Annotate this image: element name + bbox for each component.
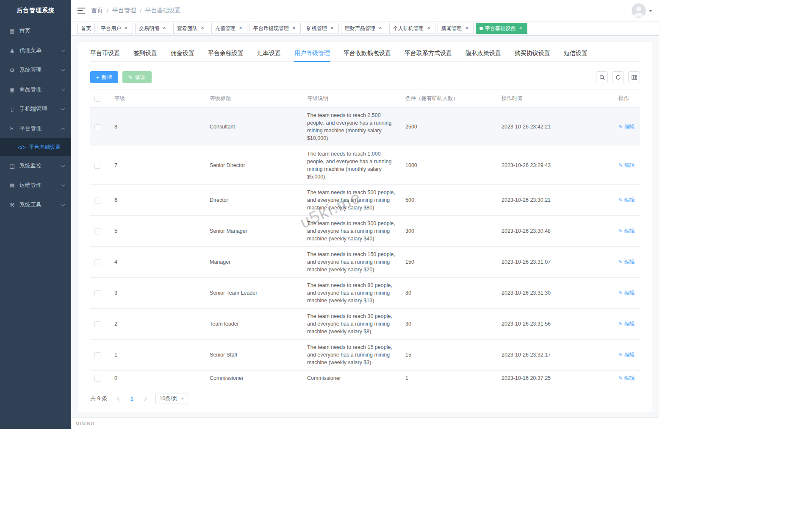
row-checkbox[interactable] — [94, 259, 100, 265]
tab-item[interactable]: 购买协议设置 — [508, 45, 557, 61]
tag-item[interactable]: 个人矿机管理 × — [389, 23, 435, 34]
hamburger-icon[interactable] — [71, 0, 91, 21]
tab-item[interactable]: 佣金设置 — [164, 45, 201, 61]
avatar[interactable] — [632, 3, 646, 18]
active-dot-icon — [479, 27, 483, 30]
tag-item[interactable]: 首页 × — [77, 23, 95, 34]
tag-label: 平台基础设置 — [485, 25, 515, 32]
row-checkbox[interactable] — [94, 352, 100, 358]
tab-item[interactable]: 汇率设置 — [250, 45, 288, 61]
tag-item[interactable]: 矿机管理 × — [303, 23, 339, 34]
sidebar-item[interactable]: ▣ 商品管理 — [0, 80, 71, 99]
cell-level: 6 — [110, 185, 205, 216]
search-icon — [599, 74, 605, 81]
sidebar-item[interactable]: ▯ 手机端管理 — [0, 99, 71, 119]
chevron-icon — [61, 202, 65, 206]
tag-item[interactable]: 充值管理 × — [211, 23, 247, 34]
tag-label: 充值管理 — [215, 25, 236, 32]
sidebar-item[interactable]: ◫ 系统监控 — [0, 156, 71, 176]
close-icon[interactable]: × — [377, 25, 383, 31]
close-icon[interactable]: × — [291, 25, 297, 31]
pencil-icon: ✎ — [618, 162, 623, 169]
tag-item[interactable]: 交易明细 × — [135, 23, 171, 34]
cell-time: 2023-10-26 23:30:48 — [497, 216, 614, 247]
row-checkbox[interactable] — [94, 321, 100, 327]
columns-button[interactable] — [628, 71, 640, 83]
edit-row-button[interactable]: ✎ 编辑 — [618, 320, 635, 328]
tag-item[interactable]: 理财产品管理 × — [341, 23, 387, 34]
close-icon[interactable]: × — [518, 25, 524, 31]
tag-label: 理财产品管理 — [345, 25, 375, 32]
tag-item[interactable]: 查看团队 × — [173, 23, 209, 34]
sidebar-item[interactable]: ✂ 平台管理 — [0, 119, 71, 138]
row-checkbox[interactable] — [94, 290, 100, 296]
row-checkbox[interactable] — [94, 163, 100, 169]
cell-time: 2023-10-26 23:42:21 — [497, 108, 614, 146]
sidebar-item-label: 手机端管理 — [19, 105, 62, 113]
chevron-down-icon[interactable] — [649, 10, 652, 12]
tag-item[interactable]: 平台基础设置 × — [476, 23, 527, 34]
row-checkbox[interactable] — [94, 198, 100, 203]
home-icon: ▦ — [8, 28, 16, 34]
tag-item[interactable]: 新闻管理 × — [438, 23, 474, 34]
tab-item[interactable]: 平台收款钱包设置 — [337, 45, 398, 61]
sidebar-item[interactable]: ▤ 运维管理 — [0, 176, 71, 195]
close-icon[interactable]: × — [464, 25, 470, 31]
settings-card: 平台币设置 签到设置 佣金设置 平台余额设置 — [78, 42, 652, 413]
tab-item[interactable]: 签到设置 — [127, 45, 164, 61]
edit-row-button[interactable]: ✎ 编辑 — [618, 258, 635, 266]
pencil-icon: ✎ — [618, 196, 623, 204]
breadcrumb-item[interactable]: 首页 — [91, 7, 103, 14]
close-icon[interactable]: × — [123, 25, 129, 31]
edit-row-button[interactable]: ✎ 编辑 — [618, 374, 635, 382]
cell-title: Manager — [205, 247, 303, 278]
tab-item[interactable]: 平台币设置 — [90, 45, 127, 61]
close-icon[interactable]: × — [329, 25, 335, 31]
tab-item[interactable]: 隐私政策设置 — [459, 45, 508, 61]
edit-button[interactable]: ✎ 修改 — [122, 71, 152, 83]
tab-item[interactable]: 平台余额设置 — [201, 45, 250, 61]
edit-row-button[interactable]: ✎ 编辑 — [618, 351, 635, 359]
page-number[interactable]: 1 — [127, 393, 137, 404]
sidebar-item[interactable]: ⚒ 系统工具 — [0, 195, 71, 215]
close-icon[interactable]: × — [161, 25, 167, 31]
add-button[interactable]: + 新增 — [90, 71, 118, 83]
close-icon[interactable]: × — [238, 25, 244, 31]
breadcrumb-item[interactable]: 平台管理 — [112, 7, 136, 14]
cell-condition: 30 — [401, 309, 497, 340]
row-checkbox[interactable] — [94, 124, 100, 130]
search-button[interactable] — [596, 71, 608, 83]
row-checkbox[interactable] — [94, 376, 100, 382]
page-size-select[interactable]: 10条/页 — [155, 393, 188, 404]
edit-row-button[interactable]: ✎ 编辑 — [618, 123, 635, 131]
tag-item[interactable]: 平台用户 × — [97, 23, 133, 34]
pencil-icon: ✎ — [618, 320, 623, 328]
edit-row-button[interactable]: ✎ 编辑 — [618, 196, 635, 204]
tag-label: 平台用户 — [101, 25, 121, 32]
tag-label: 矿机管理 — [307, 25, 327, 32]
sidebar-item[interactable]: ⚙ 系统管理 — [0, 60, 71, 80]
sidebar-item[interactable]: ▦ 首页 — [0, 21, 71, 41]
next-page-button[interactable] — [139, 393, 150, 404]
row-checkbox[interactable] — [94, 229, 100, 234]
tag-item[interactable]: 平台币提现管理 × — [249, 23, 301, 34]
edit-row-button[interactable]: ✎ 编辑 — [618, 162, 635, 169]
edit-row-button[interactable]: ✎ 编辑 — [618, 289, 635, 297]
cell-time: 2023-10-26 23:31:07 — [497, 247, 614, 278]
tab-item[interactable]: 短信设置 — [557, 45, 594, 61]
sidebar-item[interactable]: ♟ 代理菜单 — [0, 41, 71, 60]
column-header: 条件（拥有矿机人数） — [401, 89, 497, 108]
sidebar-item[interactable]: </> 平台基础设置 — [0, 138, 71, 156]
cell-level: 1 — [110, 340, 205, 371]
edit-row-button[interactable]: ✎ 编辑 — [618, 227, 635, 235]
column-header: 等级说明 — [303, 89, 401, 108]
close-icon[interactable]: × — [200, 25, 205, 31]
refresh-button[interactable] — [612, 71, 624, 83]
table-row: 6 Director The team needs to reach 500 p… — [90, 185, 640, 216]
select-all-checkbox[interactable] — [94, 96, 100, 102]
breadcrumb-item[interactable]: 平台基础设置 — [145, 7, 181, 14]
close-icon[interactable]: × — [426, 25, 432, 31]
prev-page-button[interactable] — [114, 393, 124, 404]
tab-item[interactable]: 平台联系方式设置 — [398, 45, 459, 61]
tab-item[interactable]: 用户等级管理 — [288, 45, 337, 61]
